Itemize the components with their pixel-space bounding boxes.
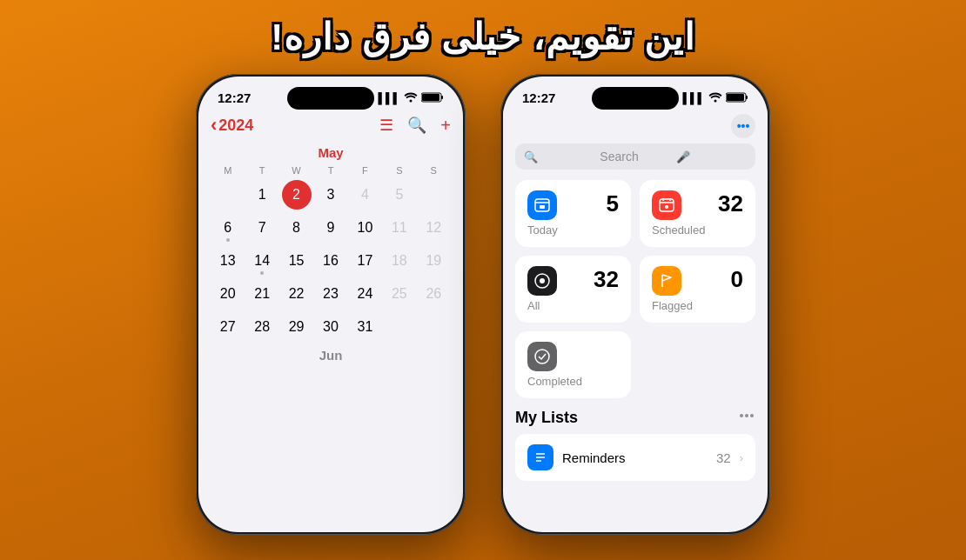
completed-icon (527, 342, 557, 371)
reminders-screen: ••• 🔍 Search 🎤 (503, 109, 768, 481)
my-lists-header: My Lists (515, 407, 755, 429)
phone-reminders: 12:27 📵 ▌▌▌ (500, 74, 770, 535)
flagged-count: 0 (731, 266, 743, 293)
today-count: 5 (607, 190, 619, 217)
dynamic-island-right (592, 87, 679, 110)
smart-card-today[interactable]: 5 Today (515, 180, 631, 247)
completed-label: Completed (527, 375, 619, 388)
add-icon[interactable]: + (440, 116, 451, 136)
cal-week-5: 27 28 29 30 31 (211, 311, 451, 343)
svg-point-20 (740, 414, 743, 417)
cal-cell[interactable]: 28 (245, 311, 278, 343)
cal-cell[interactable]: 17 (348, 245, 382, 277)
next-month-label: Jun (211, 348, 451, 363)
flagged-label: Flagged (652, 299, 743, 312)
cal-cell[interactable]: 4 (348, 179, 382, 210)
cal-cell[interactable]: 5 (382, 179, 416, 210)
phone-calendar: 12:27 📵 ▌▌▌ (196, 74, 466, 535)
all-icon (527, 266, 557, 296)
smart-card-all[interactable]: 32 All (515, 256, 631, 323)
cal-cell[interactable]: 10 (348, 212, 382, 243)
svg-rect-3 (422, 94, 439, 101)
smart-card-flagged[interactable]: 0 Flagged (640, 256, 755, 323)
cal-cell[interactable] (211, 179, 245, 210)
cal-cell (382, 311, 416, 343)
scheduled-count: 32 (718, 190, 743, 217)
svg-point-15 (665, 205, 668, 209)
cal-cell[interactable]: 31 (348, 311, 382, 343)
smart-card-completed[interactable]: Completed (515, 331, 631, 398)
calendar-header: ‹ 2024 ☰ 🔍 + (211, 109, 451, 142)
status-time-left: 12:27 (218, 90, 251, 105)
reminders-list-icon (527, 444, 553, 470)
search-placeholder: Search (600, 150, 670, 163)
cal-cell[interactable]: 7 (245, 212, 278, 243)
status-icons-right: 📵 ▌▌▌ (667, 92, 748, 104)
status-icons-left: 📵 ▌▌▌ (362, 92, 444, 104)
calendar-year[interactable]: ‹ 2024 (211, 114, 253, 137)
today-label: Today (527, 223, 619, 237)
cal-cell[interactable]: 18 (382, 245, 416, 277)
smart-lists-grid: 5 Today (515, 180, 755, 323)
cal-cell[interactable]: 26 (417, 278, 451, 310)
cal-cell[interactable]: 24 (348, 278, 382, 310)
cal-cell[interactable]: 1 (245, 179, 278, 210)
cal-cell (417, 311, 451, 343)
month-label: May (211, 145, 451, 160)
today-icon (527, 190, 557, 220)
completed-row: Completed (515, 331, 755, 398)
search-icon: 🔍 (524, 150, 594, 163)
cal-cell[interactable]: 11 (382, 212, 416, 243)
cal-cell[interactable]: 9 (313, 212, 347, 243)
my-lists-title: My Lists (515, 409, 578, 427)
cal-cell[interactable]: 22 (279, 278, 313, 310)
cal-cell[interactable]: 23 (313, 278, 347, 310)
svg-point-19 (745, 414, 748, 417)
cal-cell[interactable]: 15 (279, 245, 313, 277)
svg-rect-10 (540, 205, 545, 209)
svg-point-18 (535, 350, 549, 363)
search-bar[interactable]: 🔍 Search 🎤 (515, 143, 755, 170)
cal-cell[interactable]: 8 (279, 212, 313, 243)
svg-point-4 (714, 99, 717, 102)
search-icon[interactable]: 🔍 (407, 116, 426, 136)
cal-week-3: 13 14 15 16 17 18 19 (211, 245, 451, 277)
cal-cell[interactable]: 27 (211, 311, 245, 343)
cal-cell[interactable]: 3 (313, 179, 347, 210)
reminders-list-item[interactable]: Reminders 32 › (515, 434, 755, 481)
more-button[interactable]: ••• (731, 114, 755, 138)
chevron-right-icon: › (740, 451, 743, 464)
cal-cell[interactable]: 20 (211, 278, 245, 310)
cal-cell-today[interactable]: 2 (279, 179, 313, 210)
cal-cell[interactable]: 29 (279, 311, 313, 343)
list-icon[interactable]: ☰ (379, 116, 393, 136)
list-item-count: 32 (716, 450, 731, 465)
cal-cell[interactable]: 13 (211, 245, 245, 277)
rem-header: ••• (515, 109, 755, 143)
svg-rect-2 (441, 96, 443, 99)
cal-cell[interactable]: 6 (211, 212, 245, 243)
cal-cell[interactable]: 25 (382, 278, 416, 310)
svg-point-0 (410, 99, 413, 102)
cal-cell[interactable]: 30 (313, 311, 347, 343)
cal-week-1: 1 2 3 4 5 (211, 179, 451, 210)
all-count: 32 (594, 266, 619, 293)
my-lists-icon[interactable] (738, 407, 755, 429)
cal-cell[interactable]: 12 (417, 212, 451, 243)
svg-point-17 (540, 278, 545, 283)
page-title: این تقویم، خیلی فرق داره! (271, 16, 695, 58)
cal-cell[interactable]: 14 (245, 245, 278, 277)
calendar-screen: ‹ 2024 ☰ 🔍 + May M T W T (198, 109, 463, 363)
flagged-icon (652, 266, 681, 296)
calendar-header-icons: ☰ 🔍 + (379, 116, 451, 136)
cal-week-4: 20 21 22 23 24 25 26 (211, 278, 451, 310)
status-time-right: 12:27 (522, 90, 555, 105)
cal-cell[interactable]: 21 (245, 278, 278, 310)
mic-icon: 🎤 (676, 150, 747, 163)
cal-cell[interactable]: 16 (313, 245, 347, 277)
smart-card-scheduled[interactable]: 32 Scheduled (640, 180, 755, 247)
cal-cell[interactable] (417, 179, 451, 210)
dynamic-island-left (287, 87, 374, 110)
cal-cell[interactable]: 19 (417, 245, 451, 277)
list-item-name: Reminders (562, 450, 708, 465)
